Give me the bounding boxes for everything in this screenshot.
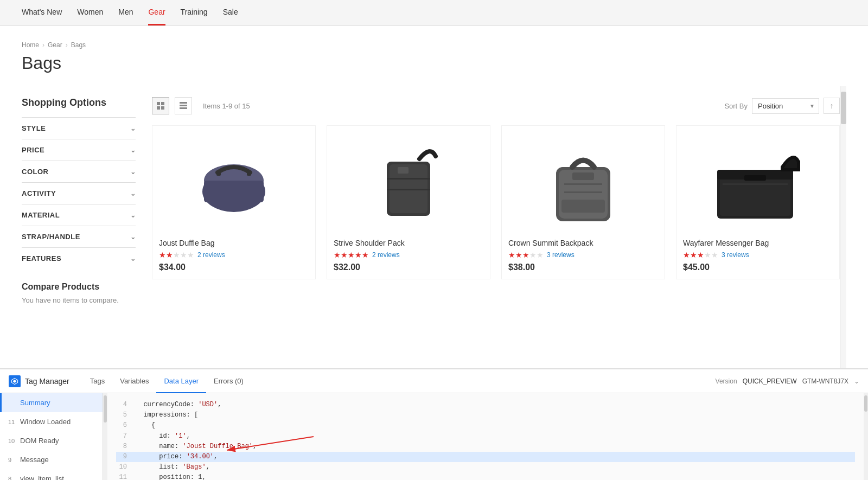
svg-rect-0 xyxy=(157,102,160,105)
filter-style: STYLE ⌄ xyxy=(22,117,136,139)
nav-women[interactable]: Women xyxy=(77,0,103,25)
tm-sidebar-dom-ready[interactable]: 10 DOM Ready xyxy=(0,431,103,450)
tm-sidebar-window-loaded[interactable]: 11 Window Loaded xyxy=(0,412,103,431)
rating-row-3: ★ ★ ★ ★ ★ 3 reviews xyxy=(508,251,658,259)
filter-color-label: COLOR xyxy=(22,168,48,176)
sort-direction-button[interactable]: ↑ xyxy=(824,98,840,114)
tm-sidebar-dom-ready-label: DOM Ready xyxy=(20,437,59,445)
svg-rect-20 xyxy=(564,191,602,193)
tm-content-container: 4 currencyCode: 'USD', 5 impressions: [ … xyxy=(107,393,868,480)
tm-sidebar-summary-label: Summary xyxy=(20,399,50,407)
product-price-4: $45.00 xyxy=(683,263,833,272)
filter-strap-header[interactable]: STRAP/HANDLE ⌄ xyxy=(22,226,136,247)
filter-style-chevron: ⌄ xyxy=(130,125,136,132)
svg-rect-15 xyxy=(387,189,430,190)
filter-features-header[interactable]: FEATURES ⌄ xyxy=(22,248,136,269)
filter-strap-label: STRAP/HANDLE xyxy=(22,233,80,241)
filter-price-header[interactable]: PRICE ⌄ xyxy=(22,139,136,161)
product-image-wrap-1 xyxy=(159,135,309,232)
tm-sidebar-summary[interactable]: Summary xyxy=(0,393,103,412)
grid-view-button[interactable] xyxy=(152,97,169,114)
tm-tab-variables[interactable]: Variables xyxy=(112,369,156,393)
stars-2: ★ ★ ★ ★ ★ xyxy=(334,251,369,259)
filter-style-header[interactable]: STYLE ⌄ xyxy=(22,118,136,139)
filter-activity-label: ACTIVITY xyxy=(22,189,56,197)
product-image-wrap-4 xyxy=(683,135,833,232)
product-card-4: Wayfarer Messenger Bag ★ ★ ★ ★ ★ 3 revie… xyxy=(676,125,840,279)
filter-color-header[interactable]: COLOR ⌄ xyxy=(22,161,136,182)
filter-activity-header[interactable]: ACTIVITY ⌄ xyxy=(22,183,136,204)
nav-training[interactable]: Training xyxy=(181,0,208,25)
filter-style-label: STYLE xyxy=(22,124,46,132)
toolbar-right: Sort By Position Product Name Price ↑ xyxy=(724,98,840,114)
rating-row-2: ★ ★ ★ ★ ★ 2 reviews xyxy=(334,251,483,259)
code-line-4: 4 currencyCode: 'USD', xyxy=(116,400,855,410)
tm-code-content[interactable]: 4 currencyCode: 'USD', 5 impressions: [ … xyxy=(107,393,864,480)
reviews-link-1[interactable]: 2 reviews xyxy=(197,251,225,259)
sort-select[interactable]: Position Product Name Price xyxy=(752,98,819,114)
tm-sidebar-scrollbar[interactable] xyxy=(103,393,107,480)
product-price-1: $34.00 xyxy=(159,263,309,272)
svg-rect-27 xyxy=(744,175,766,181)
svg-rect-11 xyxy=(247,170,251,176)
nav-whats-new[interactable]: What's New xyxy=(22,0,62,25)
list-view-button[interactable] xyxy=(175,97,192,114)
filter-material-chevron: ⌄ xyxy=(130,212,136,219)
breadcrumb-area: Home › Gear › Bags Bags xyxy=(0,26,868,73)
breadcrumb-home[interactable]: Home xyxy=(22,41,39,49)
reviews-link-3[interactable]: 3 reviews xyxy=(547,251,575,259)
product-name-1[interactable]: Joust Duffle Bag xyxy=(159,239,309,247)
filter-features-label: FEATURES xyxy=(22,254,61,263)
filter-features: FEATURES ⌄ xyxy=(22,247,136,269)
tm-content-scrollbar[interactable] xyxy=(864,393,868,480)
sort-select-wrapper: Position Product Name Price xyxy=(752,98,819,114)
sidebar: Shopping Options STYLE ⌄ PRICE ⌄ COLOR ⌄… xyxy=(22,86,136,368)
tm-logo-text: Tag Manager xyxy=(25,377,69,386)
code-line-8: 8 name: 'Joust Duffle Bag', xyxy=(116,441,855,452)
tm-sidebar-num-9: 9 xyxy=(8,457,17,463)
product-name-4[interactable]: Wayfarer Messenger Bag xyxy=(683,239,833,247)
reviews-link-2[interactable]: 2 reviews xyxy=(372,251,400,259)
tm-tab-data-layer[interactable]: Data Layer xyxy=(156,369,206,393)
nav-sale[interactable]: Sale xyxy=(223,0,238,25)
breadcrumb-gear[interactable]: Gear xyxy=(48,41,62,49)
tm-sidebar-message[interactable]: 9 Message xyxy=(0,450,103,469)
tm-tab-tags[interactable]: Tags xyxy=(82,369,112,393)
page-scrollbar[interactable] xyxy=(840,86,846,368)
toolbar-left: Items 1-9 of 15 xyxy=(152,97,250,114)
main-content: Shopping Options STYLE ⌄ PRICE ⌄ COLOR ⌄… xyxy=(0,86,868,368)
tm-sidebar-view-item-list[interactable]: 8 view_item_list xyxy=(0,469,103,480)
tm-tab-errors[interactable]: Errors (0) xyxy=(206,369,251,393)
svg-rect-4 xyxy=(180,102,187,104)
tm-right: Version QUICK_PREVIEW GTM-WNT8J7X ⌄ xyxy=(716,377,859,385)
breadcrumb-current: Bags xyxy=(71,41,86,49)
tm-expand-button[interactable]: ⌄ xyxy=(854,377,859,385)
code-line-6: 6 { xyxy=(116,420,855,431)
product-name-2[interactable]: Strive Shoulder Pack xyxy=(334,239,483,247)
product-card-1: Joust Duffle Bag ★ ★ ★ ★ ★ 2 reviews $34… xyxy=(152,125,316,279)
filter-color-chevron: ⌄ xyxy=(130,168,136,176)
product-name-3[interactable]: Crown Summit Backpack xyxy=(508,239,658,247)
reviews-link-4[interactable]: 3 reviews xyxy=(722,251,749,259)
tm-sidebar-scrollbar-thumb xyxy=(104,395,107,423)
breadcrumb-sep-1: › xyxy=(42,41,44,49)
code-line-7: 7 id: '1', xyxy=(116,431,855,441)
compare-section: Compare Products You have no items to co… xyxy=(22,282,136,304)
filter-price-chevron: ⌄ xyxy=(130,146,136,154)
svg-rect-6 xyxy=(180,107,187,109)
tm-sidebar-container: Summary 11 Window Loaded 10 DOM Ready 9 … xyxy=(0,393,107,480)
tm-version-label: Version xyxy=(716,377,737,385)
filter-activity-chevron: ⌄ xyxy=(130,190,136,197)
product-image-2 xyxy=(371,140,446,227)
tm-logo: Tag Manager xyxy=(9,375,69,387)
nav-gear[interactable]: Gear xyxy=(148,0,165,25)
compare-empty-text: You have no items to compare. xyxy=(22,296,136,304)
tm-logo-icon xyxy=(9,375,21,387)
svg-rect-10 xyxy=(216,170,221,176)
code-line-10: 10 list: 'Bags', xyxy=(116,462,855,472)
filter-activity: ACTIVITY ⌄ xyxy=(22,182,136,204)
filter-material-header[interactable]: MATERIAL ⌄ xyxy=(22,204,136,226)
nav-men[interactable]: Men xyxy=(118,0,133,25)
filter-material-label: MATERIAL xyxy=(22,211,60,219)
filter-price-label: PRICE xyxy=(22,146,44,154)
